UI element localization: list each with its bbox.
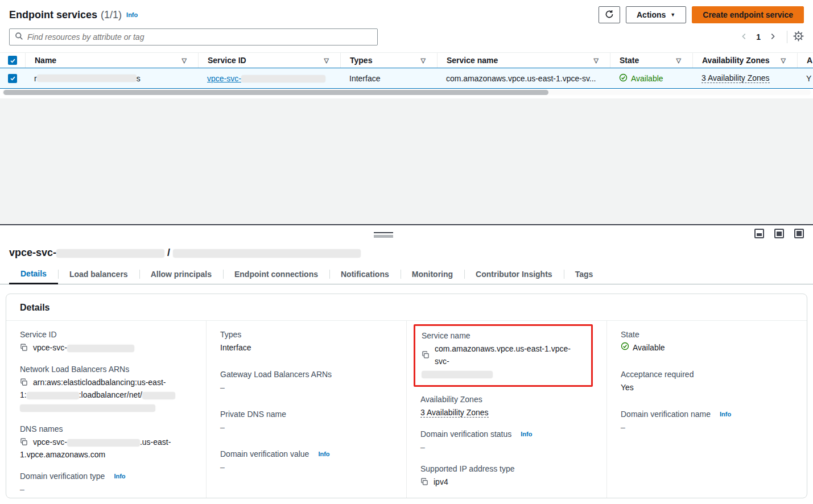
redacted-text <box>27 392 79 399</box>
column-header-types[interactable]: Types ▽ <box>340 52 437 68</box>
tab-allow-principals[interactable]: Allow principals <box>139 265 223 284</box>
redacted-text <box>20 404 155 412</box>
panel-size-large-icon[interactable] <box>794 229 804 238</box>
check-circle-icon <box>621 341 629 354</box>
field-acceptance-required: Acceptance required Yes <box>621 369 793 394</box>
table-header-row: Name ▽ Service ID ▽ Types ▽ Service name… <box>0 52 813 68</box>
horizontal-scrollbar[interactable] <box>2 90 811 95</box>
tab-load-balancers[interactable]: Load balancers <box>58 265 139 284</box>
next-page-button[interactable] <box>764 30 781 44</box>
detail-split-panel: vpce-svc- / Details Load balancers Allow… <box>0 224 813 504</box>
field-dns-names: DNS names vpce-svc-.us-east- 1.vpce.amaz… <box>20 423 192 461</box>
availability-zones-link[interactable]: 3 Availability Zones <box>701 73 770 83</box>
column-header-availability-zones[interactable]: Availability Zones ▽ <box>692 52 797 68</box>
redacted-text <box>67 439 140 447</box>
tab-details[interactable]: Details <box>9 265 58 284</box>
field-private-dns-name: Private DNS name – <box>220 408 393 433</box>
field-domain-verification-status: Domain verification status Info – <box>420 428 593 453</box>
details-card: Details Service ID vpce-svc- <box>6 294 807 498</box>
info-link[interactable]: Info <box>114 470 125 482</box>
redacted-text <box>142 392 175 399</box>
create-endpoint-service-button[interactable]: Create endpoint service <box>692 6 804 23</box>
page-header: Endpoint services (1/1) Info Actions ▼ C… <box>0 6 813 24</box>
field-service-id: Service ID vpce-svc- <box>20 329 192 354</box>
actions-button[interactable]: Actions ▼ <box>626 6 686 23</box>
cell-types: Interface <box>340 68 437 88</box>
tab-tags[interactable]: Tags <box>564 265 605 284</box>
filter-icon[interactable]: ▽ <box>781 57 788 64</box>
field-nlb-arns: Network Load Balancers ARNs arn:aws:elas… <box>20 363 192 414</box>
column-header-service-id[interactable]: Service ID ▽ <box>198 52 340 68</box>
details-column-2: Types Interface Gateway Load Balancers A… <box>207 321 407 498</box>
cell-name: r s <box>25 68 198 88</box>
cell-service-name: com.amazonaws.vpce.us-east-1.vpce-sv... <box>437 68 610 88</box>
filter-icon[interactable]: ▽ <box>421 57 428 64</box>
tab-notifications[interactable]: Notifications <box>329 265 401 284</box>
panel-size-medium-icon[interactable] <box>774 229 784 238</box>
panel-drag-handle[interactable] <box>374 232 393 238</box>
chevron-left-icon <box>740 32 748 42</box>
previous-page-button[interactable] <box>736 30 753 44</box>
redacted-text <box>56 249 164 258</box>
search-box <box>9 28 378 46</box>
details-column-3: Service name com.amazonaws.vpce.us-east-… <box>407 321 607 498</box>
tab-contributor-insights[interactable]: Contributor Insights <box>464 265 564 284</box>
filter-icon[interactable]: ▽ <box>676 57 683 64</box>
filter-icon[interactable]: ▽ <box>182 57 189 64</box>
column-header-acceptance[interactable]: A <box>797 52 813 68</box>
cell-availability-zones: 3 Availability Zones <box>692 68 797 88</box>
details-column-1: Service ID vpce-svc- Network Load Balanc… <box>6 321 207 498</box>
table-row[interactable]: r s vpce-svc- Interface com.amazonaws.vp… <box>0 68 813 89</box>
panel-size-controls <box>754 229 804 238</box>
field-supported-ip-type: Supported IP address type ipv4 <box>420 463 593 488</box>
empty-table-background <box>0 98 813 224</box>
info-link[interactable]: Info <box>521 428 532 440</box>
field-availability-zones: Availability Zones 3 Availability Zones <box>420 394 593 419</box>
redacted-text <box>67 345 134 352</box>
resource-count: (1/1) <box>101 9 122 21</box>
copy-icon[interactable] <box>420 478 428 486</box>
info-link[interactable]: Info <box>720 408 731 420</box>
details-columns: Service ID vpce-svc- Network Load Balanc… <box>6 321 807 498</box>
header-actions: Actions ▼ Create endpoint service <box>599 6 804 23</box>
filter-icon[interactable]: ▽ <box>594 57 601 64</box>
filter-icon[interactable]: ▽ <box>324 57 331 64</box>
page-title: Endpoint services <box>9 9 97 21</box>
availability-zones-link[interactable]: 3 Availability Zones <box>420 408 489 418</box>
current-page-number[interactable]: 1 <box>753 32 764 42</box>
copy-icon[interactable] <box>422 351 430 359</box>
field-types: Types Interface <box>220 329 393 354</box>
field-domain-verification-name: Domain verification name Info – <box>621 408 793 433</box>
endpoint-services-table: Name ▽ Service ID ▽ Types ▽ Service name… <box>0 52 813 89</box>
search-input[interactable] <box>27 32 372 42</box>
pagination: 1 <box>736 30 804 44</box>
copy-icon[interactable] <box>20 344 28 352</box>
redacted-text <box>241 75 325 82</box>
scrollbar-thumb[interactable] <box>3 90 548 95</box>
divider <box>787 31 787 43</box>
redacted-text <box>173 249 361 258</box>
page-info-link[interactable]: Info <box>126 11 138 18</box>
panel-controls <box>0 225 813 243</box>
settings-button[interactable] <box>793 31 804 43</box>
info-link[interactable]: Info <box>318 448 329 460</box>
details-column-4: State Available Acceptance required Yes <box>607 321 807 498</box>
column-header-state[interactable]: State ▽ <box>610 52 692 68</box>
search-row: 1 <box>0 28 813 46</box>
field-domain-verification-value: Domain verification value Info – <box>220 448 393 473</box>
column-header-name[interactable]: Name ▽ <box>25 52 198 68</box>
tab-monitoring[interactable]: Monitoring <box>401 265 464 284</box>
tab-endpoint-connections[interactable]: Endpoint connections <box>223 265 329 284</box>
refresh-icon <box>605 10 614 20</box>
row-checkbox[interactable] <box>8 74 17 83</box>
column-header-service-name[interactable]: Service name ▽ <box>437 52 610 68</box>
copy-icon[interactable] <box>20 378 28 386</box>
service-id-link[interactable]: vpce-svc- <box>207 74 325 83</box>
panel-title: vpce-svc- / <box>0 243 813 265</box>
select-all-checkbox[interactable] <box>8 56 17 65</box>
copy-icon[interactable] <box>20 438 28 446</box>
redacted-text <box>37 75 137 82</box>
field-domain-verification-type: Domain verification type Info – <box>20 470 192 495</box>
refresh-button[interactable] <box>599 6 620 23</box>
panel-size-small-icon[interactable] <box>754 229 764 238</box>
